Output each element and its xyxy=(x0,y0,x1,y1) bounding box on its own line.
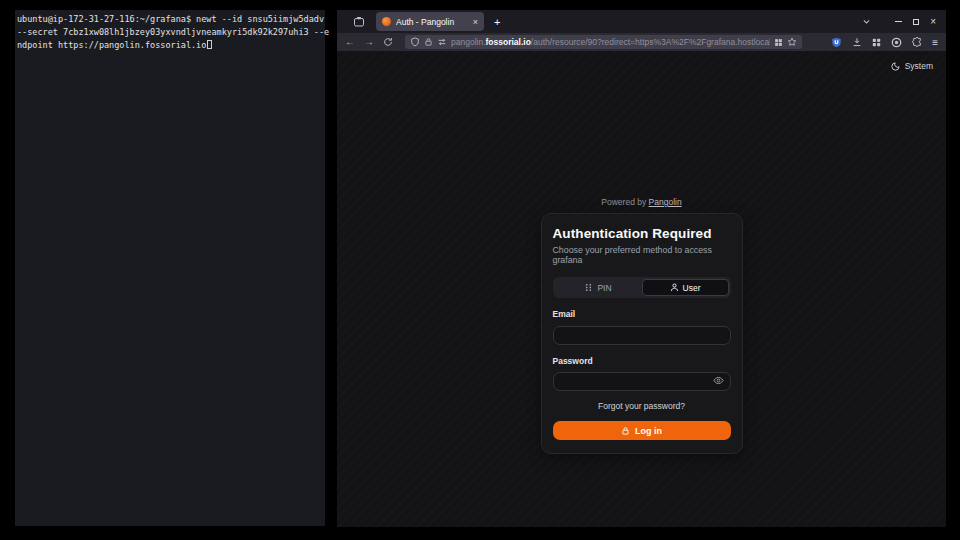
login-button[interactable]: Log in xyxy=(553,421,731,440)
email-label: Email xyxy=(553,309,731,319)
password-input[interactable] xyxy=(553,372,731,391)
user-icon xyxy=(670,283,679,292)
browser-tab-auth-pangolin[interactable]: Auth - Pangolin × xyxy=(376,12,484,31)
permissions-swap-icon[interactable] xyxy=(437,37,447,47)
url-text: pangolin.fossorial.io/auth/resource/90?r… xyxy=(451,37,770,47)
card-title: Authentication Required xyxy=(553,226,731,241)
extensions-puzzle-icon[interactable] xyxy=(912,37,922,47)
pin-keypad-icon xyxy=(584,283,593,292)
urlbar-grid-icon[interactable] xyxy=(774,38,783,47)
email-input[interactable] xyxy=(553,326,731,345)
navigation-bar: ← → pangolin.fossorial.io/auth/resource/… xyxy=(337,33,946,51)
auth-method-tabs: PIN User xyxy=(553,277,731,298)
download-icon[interactable] xyxy=(852,37,862,47)
forward-button[interactable]: → xyxy=(364,37,374,47)
toolbar-extension-icons: ≡ xyxy=(831,37,938,48)
tab-bar: Auth - Pangolin × + × xyxy=(337,10,946,33)
shield-extension-icon[interactable] xyxy=(831,37,842,48)
forgot-password-link[interactable]: Forgot your password? xyxy=(553,401,731,411)
circle-extension-icon[interactable] xyxy=(891,37,902,48)
tab-close-icon[interactable]: × xyxy=(473,17,478,27)
back-button[interactable]: ← xyxy=(345,37,355,47)
auth-page: System Powered by Pangolin Authenticatio… xyxy=(337,51,946,527)
tab-pin[interactable]: PIN xyxy=(555,279,642,296)
password-label: Password xyxy=(553,356,731,366)
menu-hamburger-icon[interactable]: ≡ xyxy=(932,37,938,48)
maximize-button[interactable] xyxy=(913,19,919,25)
new-tab-button[interactable]: + xyxy=(494,16,500,28)
window-controls: × xyxy=(895,17,936,27)
url-domain: fossorial.io xyxy=(486,37,531,47)
lock-icon[interactable] xyxy=(424,37,433,47)
auth-column: Powered by Pangolin Authentication Requi… xyxy=(337,51,946,454)
email-row xyxy=(553,324,731,345)
terminal-line: ndpoint https://pangolin.fossorial.io xyxy=(17,40,206,50)
password-row xyxy=(553,371,731,392)
terminal-line: ubuntu@ip-172-31-27-116:~/grafana$ newt … xyxy=(17,14,324,24)
login-button-label: Log in xyxy=(635,426,662,436)
desktop: ubuntu@ip-172-31-27-116:~/grafana$ newt … xyxy=(0,0,960,540)
show-password-eye-icon[interactable] xyxy=(713,375,724,386)
terminal-line: --secret 7cbz1xw08lh1jbzey03yxvndljvneam… xyxy=(17,27,329,37)
list-all-tabs-chevron-icon[interactable] xyxy=(862,17,871,26)
minimize-button[interactable] xyxy=(895,21,902,22)
firefox-view-icon[interactable] xyxy=(353,16,365,28)
url-subdomain: pangolin. xyxy=(451,37,486,47)
pangolin-favicon-icon xyxy=(382,17,391,26)
terminal-window[interactable]: ubuntu@ip-172-31-27-116:~/grafana$ newt … xyxy=(15,10,325,526)
reload-icon[interactable] xyxy=(383,37,393,47)
powered-by-text: Powered by xyxy=(601,197,646,207)
tab-title: Auth - Pangolin xyxy=(396,17,468,27)
tab-user-label: User xyxy=(683,283,701,293)
url-path: /auth/resource/90?redirect=https%3A%2F%2… xyxy=(531,37,770,47)
tracking-shield-icon[interactable] xyxy=(410,37,420,47)
browser-window: Auth - Pangolin × + × ← → xyxy=(337,10,946,527)
auth-card: Authentication Required Choose your pref… xyxy=(541,213,743,454)
card-subtitle: Choose your preferred method to access g… xyxy=(553,245,731,265)
terminal-output: ubuntu@ip-172-31-27-116:~/grafana$ newt … xyxy=(17,13,323,52)
bookmark-star-icon[interactable] xyxy=(787,37,797,47)
login-lock-icon xyxy=(621,426,630,436)
tab-user[interactable]: User xyxy=(642,279,729,296)
pangolin-link[interactable]: Pangolin xyxy=(649,197,682,207)
powered-by: Powered by Pangolin xyxy=(337,197,946,207)
url-bar[interactable]: pangolin.fossorial.io/auth/resource/90?r… xyxy=(405,35,802,49)
tab-pin-label: PIN xyxy=(597,283,611,293)
grid-extension-icon[interactable] xyxy=(872,38,881,47)
terminal-cursor xyxy=(207,40,212,49)
window-close-button[interactable]: × xyxy=(930,17,936,27)
